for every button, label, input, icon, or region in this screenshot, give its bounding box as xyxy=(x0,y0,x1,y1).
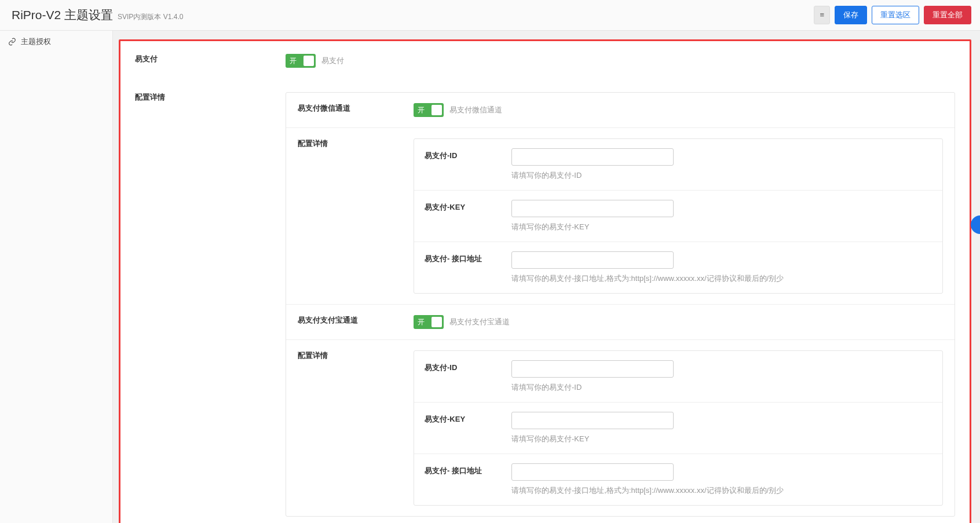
alipay-id-label: 易支付-ID xyxy=(425,360,511,373)
section-config-body: 易支付微信通道 开 易支付微信通道 xyxy=(286,92,955,517)
alipay-config-row: 配置详情 易支付-ID 请填写你的易支付-ID xyxy=(286,340,955,516)
header-actions: ≡ 保存 重置选区 重置全部 xyxy=(814,6,971,24)
wechat-config-row: 配置详情 易支付-ID 请填写你的易支付-ID xyxy=(286,128,955,305)
indent-icon: ≡ xyxy=(820,10,824,19)
toggle-on-text: 开 xyxy=(290,56,297,66)
wechat-api-row: 易支付- 接口地址 请填写你的易支付-接口地址,格式为:http[s]://ww… xyxy=(414,242,942,293)
wechat-api-label: 易支付- 接口地址 xyxy=(425,251,511,264)
wechat-field-list: 易支付-ID 请填写你的易支付-ID 易支付-KEY xyxy=(414,138,943,294)
section-yipay: 易支付 开 易支付 xyxy=(120,41,970,79)
alipay-config-label: 配置详情 xyxy=(298,350,414,506)
wechat-channel-row: 易支付微信通道 开 易支付微信通道 xyxy=(286,93,955,128)
wechat-toggle-desc: 易支付微信通道 xyxy=(449,105,502,115)
alipay-channel-label: 易支付支付宝通道 xyxy=(298,315,414,329)
alipay-id-row: 易支付-ID 请填写你的易支付-ID xyxy=(414,351,942,403)
alipay-channel-row: 易支付支付宝通道 开 易支付支付宝通道 xyxy=(286,305,955,340)
wechat-config-label: 配置详情 xyxy=(298,138,414,294)
wechat-api-help: 请填写你的易支付-接口地址,格式为:http[s]://www.xxxxx.xx… xyxy=(511,273,932,284)
toggle-knob xyxy=(432,317,442,327)
section-yipay-body: 开 易支付 xyxy=(286,54,955,68)
alipay-channel-body: 开 易支付支付宝通道 xyxy=(414,315,943,329)
reset-section-button[interactable]: 重置选区 xyxy=(872,6,919,24)
alipay-api-input[interactable] xyxy=(511,463,674,481)
top-bar: RiPro-V2 主题设置 SVIP内测版本 V1.4.0 ≡ 保存 重置选区 … xyxy=(0,0,980,31)
page-subtitle: SVIP内测版本 V1.4.0 xyxy=(118,12,183,22)
wechat-id-input[interactable] xyxy=(511,148,674,166)
section-yipay-label: 易支付 xyxy=(135,54,286,68)
toggle-on-text: 开 xyxy=(418,317,425,327)
alipay-id-input[interactable] xyxy=(511,360,674,378)
main-content: 易支付 开 易支付 配置详情 易支付微信通道 xyxy=(113,31,980,523)
reset-all-button[interactable]: 重置全部 xyxy=(924,6,971,24)
alipay-api-label: 易支付- 接口地址 xyxy=(425,463,511,476)
link-icon xyxy=(8,38,16,46)
toggle-on-text: 开 xyxy=(418,105,425,115)
wechat-channel-body: 开 易支付微信通道 xyxy=(414,103,943,117)
header-title-area: RiPro-V2 主题设置 SVIP内测版本 V1.4.0 xyxy=(12,7,183,23)
wechat-toggle-wrap: 开 易支付微信通道 xyxy=(414,103,943,117)
alipay-toggle-desc: 易支付支付宝通道 xyxy=(449,317,510,327)
wechat-id-label: 易支付-ID xyxy=(425,148,511,161)
alipay-key-help: 请填写你的易支付-KEY xyxy=(511,434,932,444)
wechat-api-input[interactable] xyxy=(511,251,674,269)
config-panel: 易支付微信通道 开 易支付微信通道 xyxy=(286,92,955,517)
alipay-key-label: 易支付-KEY xyxy=(425,412,511,425)
wechat-key-body: 请填写你的易支付-KEY xyxy=(511,200,932,232)
yipay-toggle-desc: 易支付 xyxy=(321,56,344,66)
alipay-key-body: 请填写你的易支付-KEY xyxy=(511,412,932,444)
wechat-id-body: 请填写你的易支付-ID xyxy=(511,148,932,181)
alipay-id-help: 请填写你的易支付-ID xyxy=(511,382,932,393)
toggle-knob xyxy=(432,105,442,115)
alipay-api-row: 易支付- 接口地址 请填写你的易支付-接口地址,格式为:http[s]://ww… xyxy=(414,454,942,505)
wechat-key-input[interactable] xyxy=(511,200,674,217)
wechat-config-body: 易支付-ID 请填写你的易支付-ID 易支付-KEY xyxy=(414,138,943,294)
alipay-key-input[interactable] xyxy=(511,412,674,429)
alipay-api-help: 请填写你的易支付-接口地址,格式为:http[s]://www.xxxxx.xx… xyxy=(511,485,932,496)
wechat-toggle[interactable]: 开 xyxy=(414,103,444,117)
alipay-toggle-wrap: 开 易支付支付宝通道 xyxy=(414,315,943,329)
section-config: 配置详情 易支付微信通道 开 易支付微信通道 xyxy=(120,79,970,523)
settings-highlight-box: 易支付 开 易支付 配置详情 易支付微信通道 xyxy=(119,39,971,523)
wechat-channel-label: 易支付微信通道 xyxy=(298,103,414,117)
wechat-id-row: 易支付-ID 请填写你的易支付-ID xyxy=(414,139,942,191)
wechat-key-row: 易支付-KEY 请填写你的易支付-KEY xyxy=(414,191,942,242)
alipay-toggle[interactable]: 开 xyxy=(414,315,444,329)
wechat-api-body: 请填写你的易支付-接口地址,格式为:http[s]://www.xxxxx.xx… xyxy=(511,251,932,284)
page-title: RiPro-V2 主题设置 xyxy=(12,7,113,23)
save-button[interactable]: 保存 xyxy=(835,6,867,24)
yipay-toggle[interactable]: 开 xyxy=(286,54,316,68)
sidebar-item-license[interactable]: 主题授权 xyxy=(0,31,112,53)
alipay-field-list: 易支付-ID 请填写你的易支付-ID 易支付-KEY xyxy=(414,350,943,506)
alipay-api-body: 请填写你的易支付-接口地址,格式为:http[s]://www.xxxxx.xx… xyxy=(511,463,932,496)
sidebar: 主题授权 xyxy=(0,31,113,523)
section-config-label: 配置详情 xyxy=(135,92,286,517)
toggle-knob xyxy=(303,56,314,66)
alipay-config-body: 易支付-ID 请填写你的易支付-ID 易支付-KEY xyxy=(414,350,943,506)
wechat-key-label: 易支付-KEY xyxy=(425,200,511,213)
wechat-key-help: 请填写你的易支付-KEY xyxy=(511,222,932,232)
alipay-key-row: 易支付-KEY 请填写你的易支付-KEY xyxy=(414,403,942,454)
collapse-toggle-button[interactable]: ≡ xyxy=(814,6,830,24)
wechat-id-help: 请填写你的易支付-ID xyxy=(511,170,932,181)
alipay-id-body: 请填写你的易支付-ID xyxy=(511,360,932,393)
yipay-toggle-wrap: 开 易支付 xyxy=(286,54,955,68)
sidebar-item-label: 主题授权 xyxy=(21,36,51,47)
